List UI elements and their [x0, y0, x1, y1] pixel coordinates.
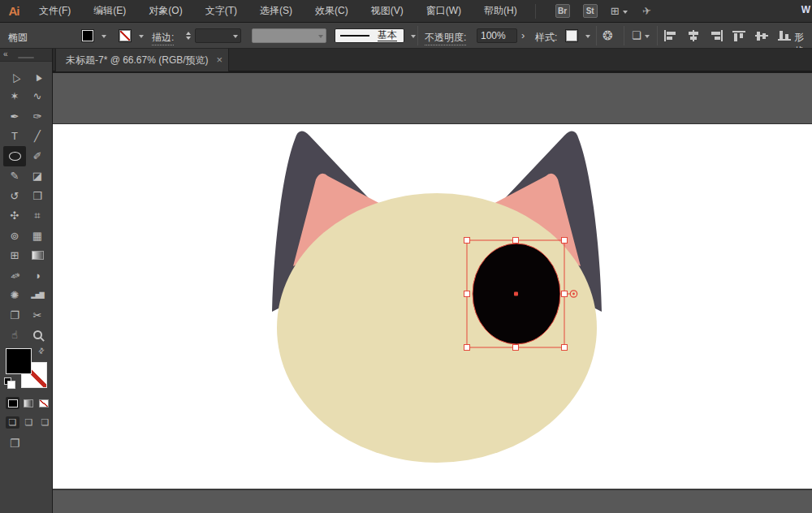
stroke-width-stepper[interactable] [184, 28, 192, 43]
stroke-color-swatch[interactable] [119, 29, 132, 42]
rotate-tool[interactable]: ↺ [3, 186, 26, 206]
opacity-input[interactable]: 100% [477, 28, 517, 43]
default-fill-stroke-icon[interactable] [4, 377, 11, 385]
mesh-tool[interactable]: ⊞ [3, 246, 26, 266]
menu-edit[interactable]: 编辑(E) [82, 0, 137, 22]
pencil-tool[interactable]: ✎ [3, 166, 26, 187]
zoom-tool[interactable] [26, 325, 49, 346]
app-logo-icon[interactable]: Ai [0, 4, 28, 18]
lasso-icon: ∿ [33, 90, 42, 102]
document-canvas[interactable] [53, 71, 812, 513]
align-bottom-icon[interactable] [778, 30, 793, 41]
paintbrush-tool[interactable]: ✐ [26, 146, 49, 166]
handle-middle-left[interactable] [464, 291, 470, 297]
pen-tool[interactable]: ✒ [3, 106, 26, 127]
align-left-icon[interactable] [663, 30, 678, 41]
direct-selection-tool[interactable]: ▲ [26, 67, 49, 87]
artboard-tool[interactable]: ❐ [3, 305, 26, 325]
align-center-horizontal-icon[interactable] [686, 30, 701, 41]
bridge-button[interactable]: Br [555, 4, 570, 18]
graphic-style-swatch[interactable] [565, 29, 578, 42]
handle-top-left[interactable] [464, 238, 470, 244]
scale-icon: ❒ [32, 190, 42, 202]
width-tool[interactable]: ✣ [3, 206, 26, 226]
handle-top-right[interactable] [562, 238, 568, 244]
menu-view[interactable]: 视图(V) [360, 0, 415, 22]
recolor-artwork-icon[interactable]: ❂ [603, 28, 613, 43]
stroke-chevron-icon[interactable] [139, 35, 144, 38]
perspective-grid-tool[interactable]: ▦ [26, 226, 49, 246]
menu-help[interactable]: 帮助(H) [473, 0, 529, 22]
stock-button[interactable]: St [583, 4, 598, 18]
symbol-sprayer-tool[interactable]: ✺ [3, 286, 26, 306]
handle-middle-right[interactable] [562, 291, 568, 297]
handle-bottom-right[interactable] [562, 345, 568, 351]
draw-normal-button[interactable]: ❏ [6, 416, 19, 429]
menu-window[interactable]: 窗口(W) [415, 0, 473, 22]
gradient-swatch-icon [24, 399, 33, 407]
chevron-down-icon [233, 35, 238, 38]
column-graph-tool[interactable]: ▂▅▇ [26, 286, 49, 306]
magic-wand-tool[interactable]: ✶ [3, 87, 26, 107]
fill-color-swatch[interactable] [81, 29, 94, 42]
eraser-tool[interactable]: ◪ [26, 166, 49, 187]
color-button[interactable] [6, 397, 19, 409]
fill-proxy-swatch[interactable] [6, 348, 32, 374]
collapse-panel-icon[interactable]: « [3, 50, 7, 58]
shape-builder-tool[interactable]: ⊚ [3, 226, 26, 246]
ellipse-tool[interactable] [3, 146, 26, 166]
close-tab-icon[interactable]: × [217, 55, 223, 65]
screen-mode-button[interactable]: ❐ [10, 437, 52, 450]
swap-fill-stroke-icon[interactable]: ⇄ [37, 346, 46, 356]
brush-chevron-icon[interactable] [411, 35, 416, 38]
line-segment-tool[interactable]: ╱ [26, 127, 49, 147]
eyedropper-tool[interactable]: ✎ [3, 265, 26, 286]
brush-pen-tool[interactable]: ✑ [26, 106, 49, 127]
separator [657, 26, 658, 45]
menu-file[interactable]: 文件(F) [28, 0, 82, 22]
menu-select[interactable]: 选择(S) [248, 0, 304, 22]
gradient-button[interactable] [21, 397, 35, 409]
gradient-tool[interactable] [26, 246, 49, 266]
style-chevron-icon[interactable] [585, 35, 590, 38]
brush-name-label: 基本 [378, 30, 397, 41]
selection-tool[interactable]: △ [3, 67, 26, 87]
draw-inside-button[interactable]: ❏ [38, 416, 52, 429]
opacity-more-button[interactable]: › [521, 29, 525, 41]
handle-top-center[interactable] [513, 238, 519, 244]
menu-type[interactable]: 文字(T) [194, 0, 248, 22]
menu-effect[interactable]: 效果(C) [304, 0, 360, 22]
stepper-down-icon[interactable] [186, 37, 191, 40]
stroke-panel-link[interactable]: 描边: [152, 31, 174, 45]
align-right-icon[interactable] [709, 30, 723, 41]
pencil-icon: ✎ [11, 170, 19, 182]
workspace-switcher-icon[interactable]: ⊞ [611, 5, 628, 17]
stepper-up-icon[interactable] [186, 32, 191, 35]
align-center-vertical-icon[interactable] [755, 30, 770, 41]
none-button[interactable] [37, 397, 50, 409]
free-transform-tool[interactable]: ⌗ [26, 206, 49, 226]
blend-tool[interactable]: ◑ [26, 265, 49, 286]
opacity-panel-link[interactable]: 不透明度: [425, 31, 466, 45]
fill-chevron-icon[interactable] [102, 35, 106, 38]
cs-live-icon[interactable]: ✈ [641, 4, 652, 17]
transform-menu-icon[interactable]: ❏ [632, 29, 650, 41]
scale-tool[interactable]: ❒ [26, 186, 49, 206]
hand-icon: ☝ [11, 329, 18, 341]
hand-tool[interactable]: ☝ [3, 325, 26, 346]
draw-behind-button[interactable]: ❏ [22, 416, 36, 429]
align-top-icon[interactable] [732, 30, 747, 41]
lasso-tool[interactable]: ∿ [26, 87, 49, 107]
panel-grip[interactable] [18, 57, 34, 58]
stroke-width-select[interactable] [195, 28, 241, 43]
brush-definition-select[interactable]: 基本 [335, 28, 404, 43]
slice-tool[interactable]: ✂ [26, 305, 49, 325]
menu-object[interactable]: 对象(O) [137, 0, 193, 22]
canvas-area[interactable] [53, 71, 812, 513]
handle-bottom-center[interactable] [513, 345, 519, 351]
selection-center-point[interactable] [514, 292, 518, 296]
document-tab[interactable]: 未标题-7* @ 66.67% (RGB/预览) × [55, 49, 229, 71]
magic-wand-icon: ✶ [11, 90, 19, 102]
handle-bottom-left[interactable] [464, 345, 470, 351]
type-tool[interactable]: T [3, 127, 26, 147]
